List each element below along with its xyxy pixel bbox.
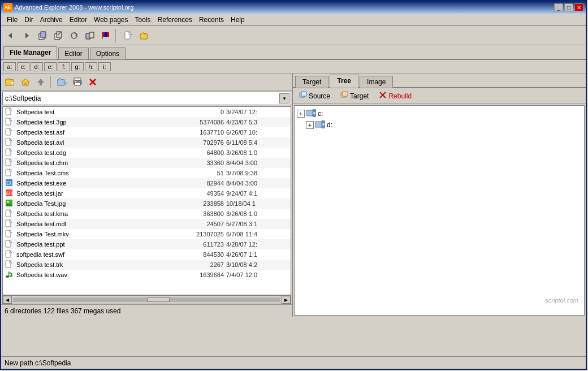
- open-folder-button[interactable]: [3, 76, 17, 88]
- tab-file-manager[interactable]: File Manager: [3, 46, 57, 59]
- svg-rect-10: [89, 32, 94, 38]
- scroll-thumb[interactable]: [147, 297, 170, 302]
- target-folder-button[interactable]: [55, 76, 69, 88]
- source-button[interactable]: Source: [295, 89, 334, 102]
- file-name: softpedia test.swf: [16, 251, 181, 258]
- tree-content[interactable]: + c: +: [294, 105, 585, 316]
- watermark: scriptol.com: [545, 297, 578, 304]
- close-button[interactable]: ✕: [574, 3, 583, 11]
- back-button[interactable]: [3, 28, 18, 43]
- drive-h[interactable]: h:: [85, 62, 97, 71]
- svg-rect-27: [75, 83, 80, 85]
- file-item[interactable]: Softpedia Test.mkv 21307025 6/7/08 11:4: [3, 229, 291, 239]
- main-window: AE Advanced Explorer 2008 - www.scriptol…: [0, 0, 587, 370]
- move-button[interactable]: [83, 28, 97, 43]
- file-type-icon: [5, 148, 14, 157]
- menu-recents[interactable]: Recents: [196, 15, 227, 25]
- minimize-button[interactable]: _: [554, 3, 563, 11]
- tree-item-c[interactable]: + c:: [297, 108, 582, 119]
- file-item[interactable]: Softpedia test.wav 1639684 7/4/07 12:0: [3, 270, 291, 280]
- drive-f[interactable]: f:: [58, 62, 70, 71]
- tab-target[interactable]: Target: [295, 76, 328, 88]
- svg-marker-22: [37, 79, 44, 85]
- scroll-right-button[interactable]: ▶: [282, 296, 291, 304]
- file-item[interactable]: Softpedia test.avi 702976 6/11/08 5:4: [3, 137, 291, 148]
- file-name: Softpedia Test.mkv: [16, 231, 181, 238]
- drive-e[interactable]: e:: [44, 62, 57, 71]
- rebuild-button[interactable]: Rebuild: [375, 89, 416, 102]
- file-name: Softpedia test.kma: [16, 210, 181, 217]
- file-item[interactable]: Softpedia test.ppt 611723 4/28/07 12:: [3, 239, 291, 249]
- file-size: 1637710: [181, 129, 226, 136]
- home-button[interactable]: [19, 76, 32, 88]
- target-tree-button[interactable]: Target: [336, 89, 373, 102]
- file-name: Softpedia test.wav: [16, 271, 181, 278]
- maximize-button[interactable]: □: [564, 3, 573, 11]
- menu-file[interactable]: File: [3, 15, 21, 25]
- tab-image[interactable]: Image: [360, 76, 393, 88]
- flag-button[interactable]: [98, 28, 113, 43]
- tab-options[interactable]: Options: [90, 48, 126, 59]
- new-file-button[interactable]: [121, 28, 136, 43]
- cut-button[interactable]: [51, 28, 66, 43]
- svg-rect-28: [75, 81, 76, 82]
- menu-archive[interactable]: Archive: [37, 15, 66, 25]
- menu-dir[interactable]: Dir: [21, 15, 36, 25]
- tree-expander-d[interactable]: +: [306, 121, 314, 129]
- file-size: 64800: [181, 149, 226, 156]
- file-item[interactable]: Softpedia test.kma 363800 3/26/08 1:0: [3, 209, 291, 219]
- drive-c[interactable]: c:: [17, 62, 29, 71]
- file-item[interactable]: Softpedia Test.cms 51 3/7/08 9:38: [3, 168, 291, 178]
- file-item[interactable]: Softpedia test.trk 2267 3/10/08 4:2: [3, 260, 291, 270]
- file-name: Softpedia test.ppt: [16, 241, 181, 248]
- path-bar[interactable]: c:\Softpedia ▼: [2, 92, 291, 105]
- file-date: 3/26/08 1:0: [226, 210, 288, 217]
- main-toolbar: [1, 26, 586, 45]
- file-item[interactable]: Softpedia Test.jpg 233858 10/18/04 1: [3, 199, 291, 209]
- menu-references[interactable]: References: [154, 15, 196, 25]
- left-panel: c:\Softpedia ▼ Softpedia test 0 3/24/07 …: [1, 74, 293, 317]
- tree-expander-c[interactable]: +: [297, 110, 305, 118]
- file-item[interactable]: Softpedia test 0 3/24/07 12:: [3, 107, 291, 117]
- file-type-icon: [5, 158, 14, 167]
- horizontal-scrollbar[interactable]: ◀ ▶: [2, 295, 291, 304]
- panels-area: c:\Softpedia ▼ Softpedia test 0 3/24/07 …: [1, 74, 586, 317]
- file-item[interactable]: ZIP Softpedia test.jar 49354 9/24/07 4:1: [3, 188, 291, 199]
- tab-tree[interactable]: Tree: [330, 75, 358, 88]
- menu-editor[interactable]: Editor: [66, 15, 90, 25]
- print-button[interactable]: [71, 76, 84, 88]
- file-size: 33360: [181, 159, 226, 166]
- drive-d[interactable]: d:: [31, 62, 43, 71]
- tab-editor[interactable]: Editor: [58, 48, 88, 59]
- file-date: 3/10/08 4:2: [226, 261, 288, 268]
- file-item[interactable]: EX Softpedia test.exe 82944 8/4/04 3:00: [3, 178, 291, 188]
- up-button[interactable]: [34, 76, 47, 88]
- open-file-button[interactable]: [137, 28, 152, 43]
- tree-item-d[interactable]: + d:: [297, 119, 582, 131]
- scroll-track[interactable]: [13, 297, 280, 302]
- delete-button[interactable]: [86, 76, 100, 88]
- forward-button[interactable]: [19, 28, 34, 43]
- target-tree-label: Target: [350, 92, 369, 100]
- path-dropdown-button[interactable]: ▼: [279, 93, 289, 103]
- file-size: 1639684: [181, 271, 226, 278]
- drive-a[interactable]: a:: [3, 62, 16, 71]
- menu-tools[interactable]: Tools: [132, 15, 154, 25]
- file-item[interactable]: Softpedia test.asf 1637710 6/26/07 10:: [3, 127, 291, 137]
- file-item[interactable]: Softpedia test.chm 33360 8/4/04 3:00: [3, 158, 291, 168]
- drive-g[interactable]: g:: [71, 62, 84, 71]
- file-item[interactable]: Softpedia test.3gp 5374086 4/23/07 5:3: [3, 117, 291, 127]
- copy-button[interactable]: [35, 28, 50, 43]
- drive-i[interactable]: i:: [98, 62, 111, 71]
- menu-webpages[interactable]: Web pages: [90, 15, 132, 25]
- right-tabs: Target Tree Image: [293, 74, 586, 88]
- file-list[interactable]: Softpedia test 0 3/24/07 12: Softpedia t…: [2, 106, 291, 295]
- file-type-icon: [5, 230, 14, 239]
- scroll-left-button[interactable]: ◀: [3, 296, 12, 304]
- file-item[interactable]: Softpedia test.mdl 24507 5/27/08 3:1: [3, 219, 291, 229]
- file-date: 3/7/08 9:38: [226, 170, 288, 176]
- menu-help[interactable]: Help: [227, 15, 248, 25]
- file-item[interactable]: Softpedia test.cdg 64800 3/26/08 1:0: [3, 148, 291, 158]
- file-item[interactable]: softpedia test.swf 844530 4/26/07 1:1: [3, 249, 291, 260]
- refresh-button[interactable]: [67, 28, 81, 43]
